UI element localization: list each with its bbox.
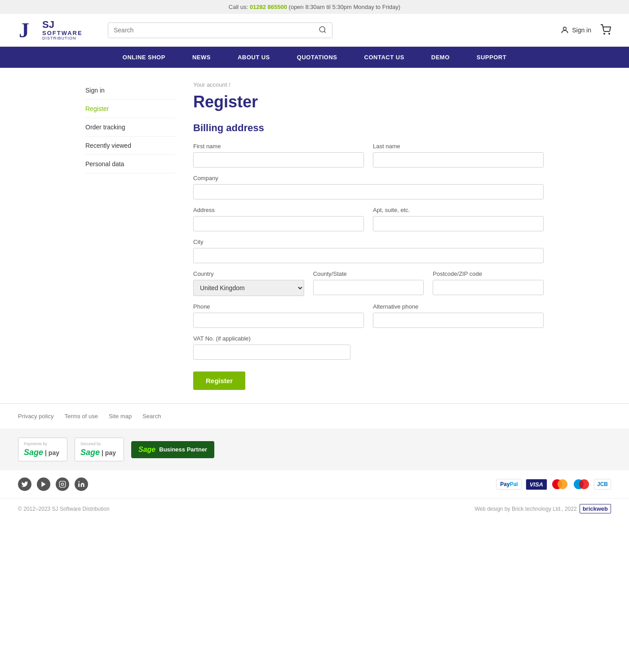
payments-by-label: Payments by xyxy=(24,442,47,446)
breadcrumb: Your account / xyxy=(193,81,544,88)
nav-item-contact-us[interactable]: CONTACT US xyxy=(351,47,418,68)
first-name-label: First name xyxy=(193,143,364,150)
svg-point-5 xyxy=(609,33,610,34)
apt-group: Apt, suite, etc. xyxy=(373,207,544,231)
search-bar xyxy=(108,22,332,38)
paypal-icon: PayPal xyxy=(496,479,522,490)
footer-badges: Payments by Sage | pay Secured by Sage |… xyxy=(0,429,629,470)
county-input[interactable] xyxy=(313,280,424,295)
sidebar-item-order-tracking[interactable]: Order tracking xyxy=(85,118,175,137)
jcb-icon: JCB xyxy=(594,479,611,490)
logo-link[interactable]: J SJ SOFTWARE DISTRIBUTION xyxy=(18,19,99,41)
svg-point-3 xyxy=(563,27,567,31)
sage-partner-badge: Sage Business Partner xyxy=(131,441,214,458)
logo-software: SOFTWARE xyxy=(42,30,83,36)
svg-point-8 xyxy=(61,483,63,486)
search-input[interactable] xyxy=(114,27,319,34)
footer-bottom: © 2012–2023 SJ Software Distribution Web… xyxy=(0,498,629,519)
alt-phone-group: Alternative phone xyxy=(373,303,544,328)
brickweb-logo: brickweb xyxy=(580,504,611,513)
twitter-icon[interactable] xyxy=(18,477,31,491)
search-icon[interactable] xyxy=(319,26,327,35)
svg-point-9 xyxy=(64,482,64,483)
logo-distribution: DISTRIBUTION xyxy=(42,36,83,41)
nav-item-support[interactable]: SUPPORT xyxy=(463,47,520,68)
brickweb-credit: Web design by Brick technology Ltd., 202… xyxy=(474,504,611,513)
copyright-text: © 2012–2023 SJ Software Distribution xyxy=(18,506,110,512)
company-row: Company xyxy=(193,175,544,199)
postcode-input[interactable] xyxy=(433,280,544,295)
footer-site-map[interactable]: Site map xyxy=(109,413,132,420)
instagram-icon[interactable] xyxy=(56,477,69,491)
footer-search[interactable]: Search xyxy=(142,413,161,420)
sidebar-item-recently-viewed[interactable]: Recently viewed xyxy=(85,137,175,155)
call-us-text: Call us: xyxy=(229,4,250,10)
vat-row: VAT No. (if applicable) xyxy=(193,335,544,360)
country-select[interactable]: United Kingdom United States Ireland Fra… xyxy=(193,280,304,296)
postcode-label: Postcode/ZIP code xyxy=(433,270,544,277)
company-input[interactable] xyxy=(193,184,544,199)
last-name-input[interactable] xyxy=(373,152,544,168)
county-group: County/State xyxy=(313,270,424,296)
footer-terms-of-use[interactable]: Terms of use xyxy=(64,413,97,420)
first-name-input[interactable] xyxy=(193,152,364,168)
sage-partner-label: Business Partner xyxy=(159,446,207,453)
breadcrumb-separator: / xyxy=(227,81,230,88)
breadcrumb-account[interactable]: Your account xyxy=(193,81,227,88)
alt-phone-label: Alternative phone xyxy=(373,303,544,310)
city-group: City xyxy=(193,239,544,263)
register-button[interactable]: Register xyxy=(193,371,245,390)
logo-sj: SJ xyxy=(42,19,83,30)
nav-item-online-shop[interactable]: ONLINE SHOP xyxy=(109,47,179,68)
content-area: Your account / Register Billing address … xyxy=(193,81,544,390)
register-form: First name Last name Company Address xyxy=(193,143,544,390)
svg-text:J: J xyxy=(19,19,29,41)
apt-label: Apt, suite, etc. xyxy=(373,207,544,213)
postcode-group: Postcode/ZIP code xyxy=(433,270,544,296)
last-name-group: Last name xyxy=(373,143,544,168)
top-banner: Call us: 01282 865500 (open 8:30am til 5… xyxy=(0,0,629,14)
city-label: City xyxy=(193,239,544,245)
nav-item-about-us[interactable]: ABOUT US xyxy=(224,47,283,68)
main-container: Sign in Register Order tracking Recently… xyxy=(67,68,562,403)
sidebar-item-sign-in[interactable]: Sign in xyxy=(85,81,175,100)
cart-icon[interactable] xyxy=(600,24,611,36)
header: J SJ SOFTWARE DISTRIBUTION Sign in xyxy=(0,14,629,47)
address-input[interactable] xyxy=(193,216,364,231)
footer-privacy-policy[interactable]: Privacy policy xyxy=(18,413,53,420)
city-input[interactable] xyxy=(193,248,544,263)
svg-point-15 xyxy=(579,479,589,489)
footer-social: PayPal VISA JCB xyxy=(0,470,629,498)
hours-text: (open 8:30am til 5:30pm Monday to Friday… xyxy=(287,4,400,10)
sage-pay-logo: Sage | pay xyxy=(24,448,59,457)
linkedin-icon[interactable] xyxy=(75,477,88,491)
apt-input[interactable] xyxy=(373,216,544,231)
address-row: Address Apt, suite, etc. xyxy=(193,207,544,231)
svg-marker-6 xyxy=(41,482,45,487)
sign-in-button[interactable]: Sign in xyxy=(560,26,591,35)
address-label: Address xyxy=(193,207,364,213)
youtube-icon[interactable] xyxy=(37,477,50,491)
payments-by-badge: Payments by Sage | pay xyxy=(18,438,67,461)
phone-number[interactable]: 01282 865500 xyxy=(250,4,287,10)
location-row: Country United Kingdom United States Ire… xyxy=(193,270,544,296)
nav-item-news[interactable]: NEWS xyxy=(179,47,224,68)
phone-input[interactable] xyxy=(193,313,364,328)
sidebar-item-register[interactable]: Register xyxy=(85,100,175,118)
maestro-icon xyxy=(572,478,590,490)
phone-row: Phone Alternative phone xyxy=(193,303,544,328)
vat-input[interactable] xyxy=(193,345,350,360)
payment-icons: PayPal VISA JCB xyxy=(496,478,611,490)
logo-icon: J xyxy=(18,19,40,41)
name-row: First name Last name xyxy=(193,143,544,168)
country-group: Country United Kingdom United States Ire… xyxy=(193,270,304,296)
main-nav: ONLINE SHOP NEWS ABOUT US QUOTATIONS CON… xyxy=(0,47,629,68)
header-actions: Sign in xyxy=(560,24,611,36)
alt-phone-input[interactable] xyxy=(373,313,544,328)
last-name-label: Last name xyxy=(373,143,544,150)
country-label: Country xyxy=(193,270,304,277)
sidebar-item-personal-data[interactable]: Personal data xyxy=(85,155,175,173)
nav-item-quotations[interactable]: QUOTATIONS xyxy=(283,47,351,68)
county-label: County/State xyxy=(313,270,424,277)
nav-item-demo[interactable]: DEMO xyxy=(418,47,463,68)
